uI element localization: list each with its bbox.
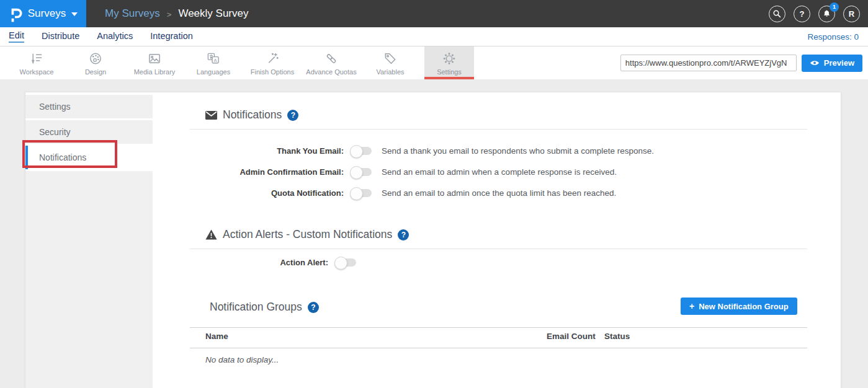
bell-icon bbox=[822, 9, 831, 19]
tool-label: Variables bbox=[376, 68, 404, 76]
nav-item-distribute[interactable]: Distribute bbox=[42, 31, 79, 42]
eye-icon bbox=[810, 60, 820, 66]
svg-text:A: A bbox=[214, 57, 218, 63]
chevron-down-icon bbox=[71, 12, 78, 16]
row-description: Send an email to admin when a complete r… bbox=[382, 167, 617, 177]
admin-confirmation-email-row: Admin Confirmation Email: Send an email … bbox=[190, 165, 617, 178]
main-nav: Edit Distribute Analytics Integration Re… bbox=[0, 27, 868, 46]
toggle-knob bbox=[334, 257, 347, 270]
breadcrumb-current: Weekly Survey bbox=[178, 7, 248, 20]
nav-item-edit[interactable]: Edit bbox=[9, 30, 24, 43]
preview-label: Preview bbox=[824, 58, 854, 68]
tool-finish-options[interactable]: Finish Options bbox=[248, 46, 297, 79]
brand-label: Surveys bbox=[28, 7, 66, 20]
row-label: Action Alert: bbox=[190, 258, 328, 267]
tool-advance-quotas[interactable]: Advance Quotas bbox=[306, 46, 356, 79]
survey-url-input[interactable] bbox=[620, 55, 797, 71]
section-title: Notification Groups bbox=[210, 301, 302, 314]
tool-languages[interactable]: A Languages bbox=[189, 46, 238, 79]
help-icon: ? bbox=[800, 9, 805, 19]
preview-button[interactable]: Preview bbox=[802, 55, 862, 72]
tool-media-library[interactable]: Media Library bbox=[130, 46, 179, 79]
top-header: Surveys My Surveys > Weekly Survey ? bbox=[0, 0, 868, 27]
questionpro-logo bbox=[9, 5, 22, 22]
breadcrumb-parent[interactable]: My Surveys bbox=[105, 7, 160, 20]
workspace-icon bbox=[29, 51, 45, 66]
action-alert-toggle[interactable] bbox=[336, 258, 356, 267]
tool-label: Settings bbox=[437, 68, 462, 76]
toggle-knob bbox=[350, 166, 363, 179]
new-notification-group-button[interactable]: + New Notification Group bbox=[681, 298, 797, 315]
row-description: Send a thank you email to respondents wh… bbox=[382, 146, 654, 156]
notification-groups-help-icon[interactable]: ? bbox=[308, 302, 319, 313]
tool-workspace[interactable]: Workspace bbox=[12, 46, 61, 79]
row-label: Thank You Email: bbox=[190, 146, 344, 156]
section-title: Notifications bbox=[223, 108, 282, 121]
column-header-email-count: Email Count bbox=[547, 332, 596, 341]
action-alert-row: Action Alert: bbox=[190, 256, 366, 268]
settings-icon bbox=[441, 51, 457, 66]
product-switcher[interactable]: Surveys bbox=[0, 0, 86, 27]
sidebar-item-notifications[interactable]: Notifications bbox=[25, 146, 153, 169]
search-icon bbox=[772, 9, 782, 19]
header-actions: ? 1 R bbox=[769, 6, 868, 22]
column-header-name: Name bbox=[205, 332, 228, 341]
row-label: Admin Confirmation Email: bbox=[190, 167, 344, 177]
new-group-label: New Notification Group bbox=[699, 302, 788, 311]
tool-design[interactable]: Design bbox=[71, 46, 120, 79]
finish-options-icon bbox=[264, 51, 280, 66]
quota-notification-toggle[interactable] bbox=[351, 189, 372, 197]
search-button[interactable] bbox=[769, 6, 785, 22]
column-header-status: Status bbox=[604, 332, 630, 341]
tool-settings[interactable]: Settings bbox=[424, 46, 474, 79]
toggle-knob bbox=[350, 145, 363, 158]
breadcrumb: My Surveys > Weekly Survey bbox=[105, 7, 248, 20]
breadcrumb-separator: > bbox=[167, 9, 172, 19]
admin-confirmation-email-toggle[interactable] bbox=[351, 168, 372, 176]
work-area: Settings Security Notifications Notifica… bbox=[0, 79, 868, 388]
advance-quotas-icon bbox=[323, 51, 339, 66]
table-header-border bbox=[190, 348, 807, 348]
sidebar-item-security[interactable]: Security bbox=[25, 120, 153, 144]
sidebar-filler bbox=[25, 171, 153, 388]
notifications-help-icon[interactable]: ? bbox=[287, 110, 298, 121]
nav-item-integration[interactable]: Integration bbox=[150, 31, 193, 42]
envelope-icon bbox=[205, 111, 217, 120]
divider bbox=[190, 129, 807, 130]
tool-label: Finish Options bbox=[251, 68, 294, 76]
responses-count[interactable]: Responses: 0 bbox=[807, 32, 868, 42]
section-title: Action Alerts - Custom Notifications bbox=[223, 228, 392, 241]
notifications-panel: Notifications ? Thank You Email: Send a … bbox=[153, 92, 841, 388]
divider bbox=[190, 249, 807, 249]
avatar[interactable]: R bbox=[843, 6, 860, 22]
tool-label: Media Library bbox=[134, 68, 176, 76]
edit-toolbar: Workspace Design Media Library bbox=[0, 46, 868, 80]
tool-label: Advance Quotas bbox=[306, 68, 356, 76]
action-alerts-section-heading: Action Alerts - Custom Notifications ? bbox=[205, 228, 409, 241]
settings-sidebar: Settings Security Notifications bbox=[25, 92, 153, 388]
languages-icon: A bbox=[205, 51, 221, 66]
notifications-section-heading: Notifications ? bbox=[205, 108, 298, 121]
media-library-icon bbox=[146, 51, 163, 66]
thank-you-email-toggle[interactable] bbox=[351, 147, 372, 155]
tool-label: Languages bbox=[197, 68, 230, 76]
help-button[interactable]: ? bbox=[794, 6, 810, 22]
notification-badge: 1 bbox=[830, 2, 839, 12]
design-icon bbox=[87, 51, 104, 66]
plus-icon: + bbox=[689, 301, 694, 311]
tool-variables[interactable]: Variables bbox=[365, 46, 415, 79]
thank-you-email-row: Thank You Email: Send a thank you email … bbox=[190, 144, 654, 157]
row-description: Send an email to admin once the quota li… bbox=[382, 188, 616, 198]
tool-label: Workspace bbox=[20, 68, 54, 76]
toggle-knob bbox=[350, 187, 363, 200]
notifications-button[interactable]: 1 bbox=[818, 6, 835, 22]
nav-item-analytics[interactable]: Analytics bbox=[97, 31, 133, 42]
table-empty-message: No data to display... bbox=[205, 355, 279, 364]
toolbar-right: Preview bbox=[620, 46, 868, 79]
variables-icon bbox=[382, 51, 398, 66]
tool-label: Design bbox=[85, 68, 106, 76]
action-alerts-help-icon[interactable]: ? bbox=[398, 229, 409, 240]
row-label: Quota Notification: bbox=[190, 188, 344, 198]
page: Surveys My Surveys > Weekly Survey ? bbox=[0, 0, 868, 388]
sidebar-item-settings[interactable]: Settings bbox=[25, 95, 153, 118]
